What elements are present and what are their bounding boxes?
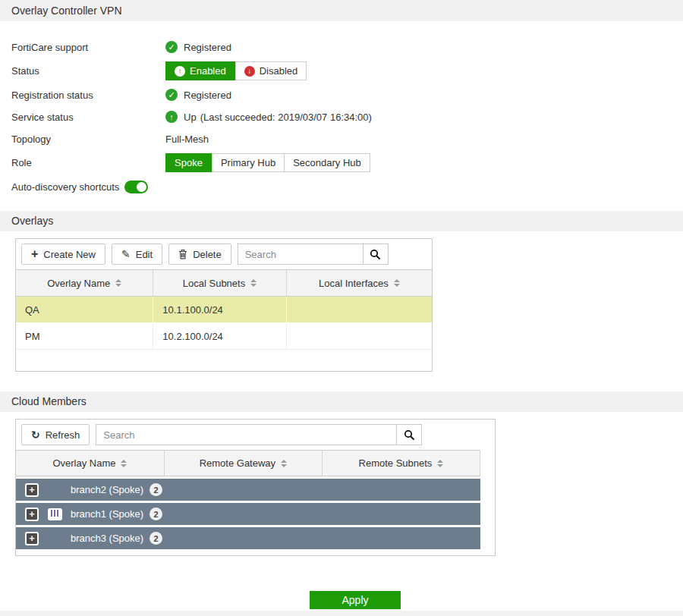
sort-icon [250, 279, 257, 287]
apply-button[interactable]: Apply [310, 591, 401, 609]
cloud-members-bottom-spacer [16, 552, 495, 555]
edit-button[interactable]: ✎ Edit [112, 244, 162, 265]
overlays-section-title: Overlays [11, 215, 53, 227]
cloud-members-search-input[interactable] [96, 424, 396, 445]
trash-icon [178, 249, 187, 259]
status-segmented-control: ↑ Enabled ↓ Disabled [165, 61, 307, 80]
overlays-toolbar: + Create New ✎ Edit Delete [16, 239, 432, 269]
role-segmented-control: SpokePrimary HubSecondary Hub [165, 153, 370, 172]
check-circle-icon: ✓ [165, 89, 178, 101]
column-label: Overlay Name [52, 457, 115, 469]
service-status-value: Up [184, 112, 197, 123]
settings-form: FortiCare support ✓ Registered Status ↑ … [11, 39, 683, 194]
status-enabled-button[interactable]: ↑ Enabled [165, 61, 236, 80]
status-disabled-button[interactable]: ↓ Disabled [236, 62, 307, 80]
local-subnets-cell: 10.2.100.0/24 [153, 323, 286, 350]
overlays-search-button[interactable] [363, 244, 389, 265]
overlays-table: Overlay NameLocal SubnetsLocal Interface… [16, 269, 432, 350]
role-option-primary-hub[interactable]: Primary Hub [212, 154, 285, 171]
local-interfaces-cell [286, 297, 432, 323]
refresh-button[interactable]: ↻ Refresh [21, 424, 90, 445]
cloud-members-column-header-remote-subnets[interactable]: Remote Subnets [323, 450, 480, 476]
arrow-down-circle-icon: ↓ [244, 66, 255, 77]
page-title: Overlay Controller VPN [0, 0, 683, 21]
cloud-member-group-branch3-spoke[interactable]: +branch3 (Spoke)2 [16, 527, 480, 549]
cloud-members-toolbar: ↻ Refresh [16, 420, 495, 450]
cloud-members-section-title: Cloud Members [11, 395, 87, 407]
status-row: Status ↑ Enabled ↓ Disabled [11, 61, 683, 80]
arrow-up-circle-icon: ↑ [165, 111, 178, 123]
pencil-icon: ✎ [121, 249, 131, 259]
auto-discovery-label: Auto-discovery shortcuts [11, 181, 119, 193]
member-count-badge: 2 [150, 532, 162, 545]
overlays-column-header-local-subnets[interactable]: Local Subnets [153, 270, 286, 297]
overlays-section-header: Overlays [0, 211, 683, 231]
cloud-members-column-header-remote-gateway[interactable]: Remote Gateway [165, 450, 323, 476]
role-option-secondary-hub[interactable]: Secondary Hub [285, 154, 370, 171]
expand-plus-icon[interactable]: + [25, 532, 39, 545]
column-label: Overlay Name [47, 278, 110, 289]
page-title-text: Overlay Controller VPN [11, 5, 122, 17]
role-label: Role [11, 157, 165, 168]
column-label: Remote Gateway [200, 457, 275, 469]
registration-status-value: Registered [184, 90, 231, 101]
column-label: Remote Subnets [359, 457, 433, 469]
topology-value: Full-Mesh [165, 134, 209, 145]
cloud-members-table: Overlay NameRemote GatewayRemote Subnets… [16, 450, 480, 549]
footer-strip [0, 611, 683, 616]
topology-label: Topology [11, 134, 165, 145]
create-new-button[interactable]: + Create New [21, 244, 105, 265]
overlays-column-header-local-interfaces[interactable]: Local Interfaces [286, 270, 432, 297]
refresh-icon: ↻ [31, 429, 40, 440]
service-status-label: Service status [11, 112, 165, 123]
forticare-support-value: Registered [184, 42, 231, 53]
member-count-badge: 2 [150, 483, 162, 496]
plus-icon: + [31, 248, 38, 260]
service-status-row: Service status ↑ Up (Last succeeded: 201… [11, 109, 683, 124]
column-label: Local Interfaces [319, 278, 389, 289]
member-count-badge: 2 [150, 508, 162, 520]
overlay-row-pm[interactable]: PM10.2.100.0/24 [16, 323, 432, 350]
search-icon [370, 249, 381, 260]
registration-status-label: Registration status [11, 90, 165, 101]
sort-icon [394, 279, 400, 287]
arrow-up-circle-icon: ↑ [175, 66, 185, 77]
icon-slot [45, 508, 65, 520]
device-columns-icon [48, 508, 62, 520]
auto-discovery-row: Auto-discovery shortcuts [11, 179, 683, 194]
registration-status-row: Registration status ✓ Registered [11, 87, 683, 102]
group-label: branch3 (Spoke) [71, 533, 143, 544]
overlays-column-header-overlay-name[interactable]: Overlay Name [16, 270, 153, 297]
overlay-name-cell: PM [16, 323, 153, 350]
service-status-detail: (Last succeeded: 2019/03/07 16:34:00) [200, 112, 372, 123]
cloud-members-panel: ↻ Refresh Overlay NameRemote GatewayRemo… [15, 419, 496, 556]
forticare-support-row: FortiCare support ✓ Registered [11, 39, 683, 55]
cloud-member-group-branch2-spoke[interactable]: +branch2 (Spoke)2 [16, 479, 480, 501]
overlays-panel: + Create New ✎ Edit Delete Overlay NameL… [15, 238, 433, 372]
overlays-table-empty-area [16, 350, 432, 371]
delete-button[interactable]: Delete [168, 244, 231, 265]
local-subnets-cell: 10.1.100.0/24 [153, 297, 286, 323]
cloud-members-search-button[interactable] [396, 424, 422, 445]
expand-plus-icon[interactable]: + [25, 508, 39, 521]
expand-plus-icon[interactable]: + [25, 483, 39, 497]
local-interfaces-cell [286, 323, 432, 350]
sort-icon [115, 279, 121, 287]
column-label: Local Subnets [183, 278, 245, 289]
sort-icon [121, 460, 127, 467]
cloud-member-group-branch1-spoke[interactable]: +branch1 (Spoke)2 [16, 503, 480, 525]
search-icon [404, 429, 415, 441]
toggle-knob [137, 182, 146, 192]
check-circle-icon: ✓ [165, 41, 178, 53]
overlays-search-input[interactable] [238, 244, 363, 265]
cloud-members-column-header-overlay-name[interactable]: Overlay Name [16, 450, 165, 476]
sort-icon [437, 460, 443, 467]
cloud-members-section-header: Cloud Members [0, 391, 683, 412]
group-label: branch1 (Spoke) [71, 508, 143, 520]
status-label: Status [11, 65, 165, 77]
group-label: branch2 (Spoke) [71, 484, 143, 495]
role-option-spoke[interactable]: Spoke [165, 153, 212, 172]
auto-discovery-toggle[interactable] [124, 181, 148, 193]
sort-icon [281, 460, 287, 467]
overlay-row-qa[interactable]: QA10.1.100.0/24 [16, 297, 432, 323]
